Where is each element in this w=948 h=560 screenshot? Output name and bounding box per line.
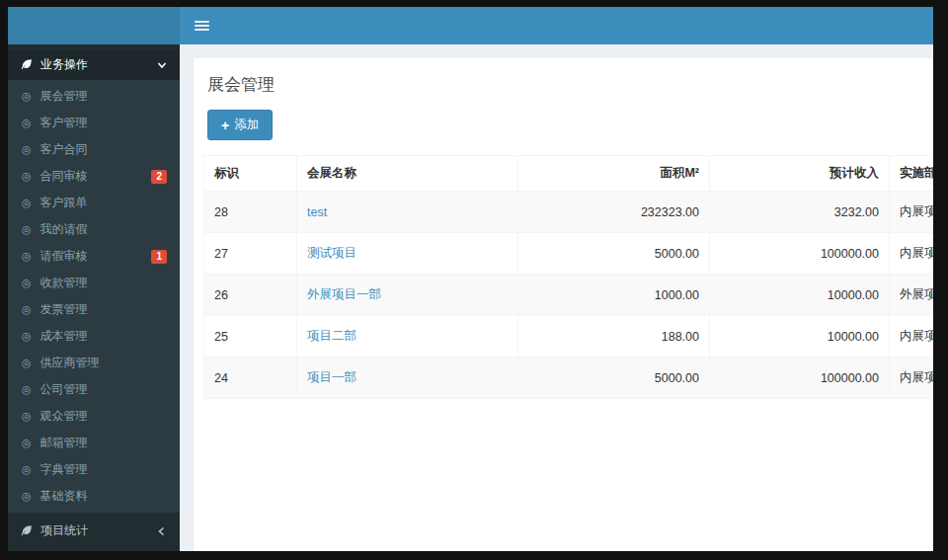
sidebar-menu-item[interactable]: ◎ 收款管理 <box>8 270 180 296</box>
exhibition-link[interactable]: 测试项目 <box>307 246 356 260</box>
sidebar-menu-item[interactable]: ◎ 供应商管理 <box>8 350 180 376</box>
table-row: 27测试项目5000.00100000.00内展项目 <box>204 233 934 275</box>
content-area: 展会管理 + 添加 标识会展名称面积M²预计收入实施部门 28test23232… <box>180 44 933 551</box>
sidebar-menu-item[interactable]: ◎ 成本管理 <box>8 323 180 350</box>
dot-circle-icon: ◎ <box>22 464 32 475</box>
sidebar-menu-item[interactable]: ◎ 字典管理 <box>8 456 180 483</box>
sidebar-section[interactable]: 业务操作 <box>8 49 180 80</box>
table-row: 24项目一部5000.00100000.00内展项目 <box>204 358 934 399</box>
dot-circle-icon: ◎ <box>22 198 32 208</box>
sidebar-menu-item[interactable]: ◎ 观众管理 <box>8 403 180 430</box>
plus-icon: + <box>221 119 229 132</box>
sidebar-section-label: 项目统计 <box>40 522 156 539</box>
sidebar-menu-item[interactable]: ◎ 展会管理 <box>8 83 180 110</box>
table-row: 26外展项目一部1000.0010000.00外展项目 <box>204 275 934 316</box>
cell-income: 100000.00 <box>710 233 890 275</box>
column-header-income: 预计收入 <box>710 156 890 192</box>
cell-name: 项目一部 <box>297 358 518 399</box>
cell-id: 26 <box>204 275 297 316</box>
sidebar-menu-item[interactable]: ◎ 合同审核 2 <box>8 163 180 190</box>
hamburger-icon[interactable] <box>195 19 209 33</box>
sidebar-menu-item-label: 我的请假 <box>40 221 88 238</box>
sidebar-menu-item[interactable]: ◎ 客户合同 <box>8 136 180 163</box>
cell-area: 232323.00 <box>518 192 710 233</box>
dot-circle-icon: ◎ <box>22 171 32 182</box>
dot-circle-icon: ◎ <box>22 224 32 235</box>
cell-area: 5000.00 <box>518 233 710 275</box>
cell-id: 28 <box>204 192 297 233</box>
dot-circle-icon: ◎ <box>22 118 32 128</box>
cell-name: 测试项目 <box>297 233 518 275</box>
sidebar-menu-item-label: 字典管理 <box>40 461 88 478</box>
dot-circle-icon: ◎ <box>22 491 32 502</box>
cell-id: 25 <box>204 316 297 358</box>
sidebar-menu-item-label: 邮箱管理 <box>40 435 88 451</box>
cell-id: 27 <box>204 233 297 275</box>
column-header-dept: 实施部门 <box>890 156 934 192</box>
sidebar-menu-item-label: 收款管理 <box>40 275 88 291</box>
sidebar-menu-item[interactable]: ◎ 客户管理 <box>8 110 180 136</box>
sidebar-menu-item-label: 合同审核 <box>40 168 88 185</box>
dot-circle-icon: ◎ <box>22 251 32 262</box>
sidebar-menu-item[interactable]: ◎ 公司管理 <box>8 376 180 403</box>
column-header-id: 标识 <box>204 156 297 192</box>
cell-dept: 内展项目 <box>890 233 934 275</box>
sidebar-menu-item-label: 客户合同 <box>40 141 88 158</box>
sidebar-menu-item[interactable]: ◎ 客户跟单 <box>8 190 180 216</box>
sidebar-submenu: ◎ 展会管理 ◎ 客户管理 ◎ 客户合同 ◎ 合同审核 2 ◎ 客户跟单 ◎ 我… <box>8 80 180 513</box>
dot-circle-icon: ◎ <box>22 384 32 395</box>
dot-circle-icon: ◎ <box>22 91 32 102</box>
app-window: 业务操作 ◎ 展会管理 ◎ 客户管理 ◎ 客户合同 ◎ 合同审核 2 ◎ 客户跟… <box>8 7 933 551</box>
page-title: 展会管理 <box>207 73 923 96</box>
cell-income: 3232.00 <box>710 192 890 233</box>
sidebar-menu-item-label: 客户跟单 <box>40 195 88 211</box>
sidebar: 业务操作 ◎ 展会管理 ◎ 客户管理 ◎ 客户合同 ◎ 合同审核 2 ◎ 客户跟… <box>8 44 180 551</box>
exhibition-link[interactable]: 外展项目一部 <box>307 287 381 301</box>
cell-income: 100000.00 <box>710 358 890 399</box>
add-button[interactable]: + 添加 <box>207 110 273 140</box>
sidebar-menu-item-label: 发票管理 <box>40 301 88 318</box>
notification-badge: 2 <box>151 170 167 184</box>
sidebar-menu-item[interactable]: ◎ 我的请假 <box>8 216 180 243</box>
content-box: 展会管理 + 添加 标识会展名称面积M²预计收入实施部门 28test23232… <box>194 58 933 551</box>
navbar <box>180 7 933 44</box>
dot-circle-icon: ◎ <box>22 331 32 342</box>
sidebar-section[interactable]: 项目统计 <box>8 513 180 549</box>
cell-name: test <box>297 192 518 233</box>
sidebar-menu-item-label: 展会管理 <box>40 88 88 105</box>
logo-area <box>8 7 180 44</box>
dot-circle-icon: ◎ <box>22 438 32 448</box>
top-bar <box>8 7 933 44</box>
sidebar-menu-item[interactable]: ◎ 发票管理 <box>8 296 180 323</box>
sidebar-menu-item[interactable]: ◎ 基础资料 <box>8 483 180 510</box>
sidebar-menu-item-label: 客户管理 <box>40 115 88 131</box>
exhibition-table: 标识会展名称面积M²预计收入实施部门 28test232323.003232.0… <box>203 155 933 399</box>
sidebar-section-label: 业务操作 <box>40 56 156 73</box>
exhibition-link[interactable]: 项目一部 <box>307 370 356 384</box>
dot-circle-icon: ◎ <box>22 144 32 155</box>
dot-circle-icon: ◎ <box>22 304 32 315</box>
dot-circle-icon: ◎ <box>22 411 32 422</box>
cell-name: 项目二部 <box>297 316 518 358</box>
chevron-down-icon <box>156 59 168 71</box>
sidebar-menu-item-label: 基础资料 <box>40 488 88 505</box>
exhibition-link[interactable]: test <box>307 205 327 219</box>
cell-dept: 内展项目 <box>890 358 934 399</box>
notification-badge: 1 <box>151 250 167 264</box>
table-header-row: 标识会展名称面积M²预计收入实施部门 <box>204 156 934 192</box>
cell-id: 24 <box>204 358 297 399</box>
column-header-area: 面积M² <box>518 156 710 192</box>
exhibition-link[interactable]: 项目二部 <box>307 329 356 343</box>
cell-area: 5000.00 <box>518 358 710 399</box>
cell-dept: 外展项目 <box>890 275 934 316</box>
cell-income: 10000.00 <box>710 316 890 358</box>
cell-dept: 内展项目 <box>890 192 934 233</box>
cell-income: 10000.00 <box>710 275 890 316</box>
sidebar-section[interactable]: 系统管理 <box>8 549 180 551</box>
dot-circle-icon: ◎ <box>22 358 32 368</box>
sidebar-menu-item-label: 观众管理 <box>40 408 88 425</box>
sidebar-menu-item[interactable]: ◎ 请假审核 1 <box>8 243 180 270</box>
cell-area: 188.00 <box>518 316 710 358</box>
cell-dept: 内展项目 <box>890 316 934 358</box>
sidebar-menu-item[interactable]: ◎ 邮箱管理 <box>8 430 180 456</box>
